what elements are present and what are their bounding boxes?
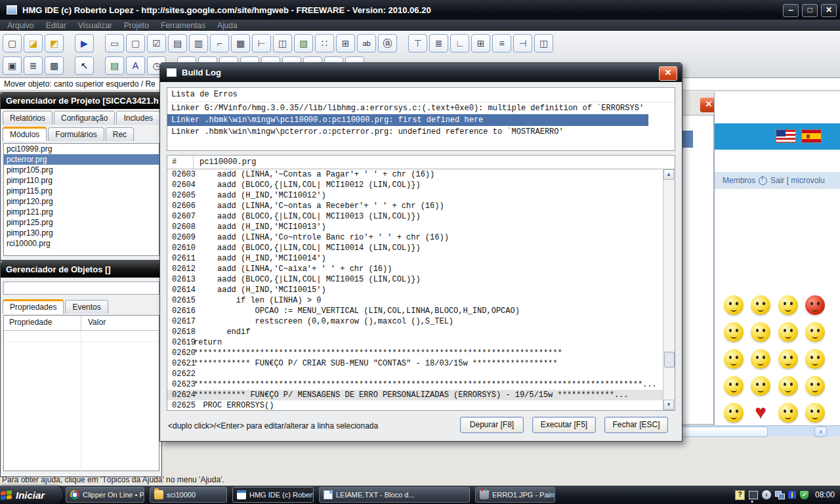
run-button[interactable]: ▶ (75, 34, 94, 52)
tab-eventos[interactable]: Eventos (65, 300, 108, 314)
module-list[interactable]: pci10999.prgpcterror.prgpimpr105.prgpimp… (3, 143, 159, 256)
new-form-button[interactable]: ▣ (3, 56, 22, 75)
imagelist-control-button[interactable]: ▥ (189, 34, 208, 52)
angel-smiley[interactable] (805, 403, 825, 423)
build-log-titlebar[interactable]: Build Log (160, 63, 682, 82)
code-row[interactable]: 02617 restscreen (0,0,maxrow (),maxcol (… (167, 316, 663, 327)
start-button[interactable]: Iniciar (0, 486, 63, 504)
align-left-button[interactable]: ⊣ (513, 34, 532, 52)
report-button[interactable]: ≣ (24, 56, 43, 75)
winking-smiley[interactable] (805, 322, 825, 342)
label-control-button[interactable]: ab (357, 34, 376, 52)
tab-configuração[interactable]: Configuração (54, 111, 115, 125)
code-row[interactable]: 02603 aadd (LINHA,'~Contas a Pagar'+ ' '… (167, 169, 663, 180)
help-books-button[interactable]: ▤ (105, 56, 124, 75)
help-tray-icon[interactable]: ? (735, 490, 745, 500)
listbox-control-button[interactable]: ▤ (168, 34, 187, 52)
close-button[interactable]: ✕ (821, 4, 837, 17)
frame-control-button[interactable]: ◫ (273, 34, 292, 52)
code-row[interactable]: 02614 aadd (H_IND,'MCI10015') (167, 285, 663, 295)
select-cursor-button[interactable]: ↖ (75, 56, 94, 75)
code-row[interactable]: 02625 PROC ERRORSYS() (167, 400, 663, 410)
thumbs-up-smiley[interactable] (778, 322, 798, 342)
tab-rec[interactable]: Rec (106, 127, 134, 141)
same-width-button[interactable]: ⊞ (471, 34, 490, 52)
baguette-smiley[interactable] (724, 376, 744, 396)
code-row[interactable]: 02612 aadd (LINHA,'C~aixa'+ ' ' + chr (1… (167, 264, 663, 274)
waving-smiley[interactable] (724, 322, 744, 342)
code-row[interactable]: 02604 aadd (BLOCO,{|LIN,COL| MCI10012 (L… (167, 180, 663, 190)
tab-includes[interactable]: Includes (116, 111, 160, 125)
font-button[interactable]: A (126, 56, 145, 75)
members-link[interactable]: Membros (723, 176, 755, 185)
rounded-window-button[interactable]: ▢ (126, 34, 145, 52)
datepicker-control-button[interactable]: ⊞ (336, 34, 355, 52)
minimize-button[interactable]: ‒ (783, 4, 799, 17)
task-button-chrome[interactable]: Clipper On Line • Post... (66, 487, 144, 503)
code-row[interactable]: 02608 aadd (H_IND,'MCI10013') (167, 222, 663, 232)
window-control-button[interactable]: ▭ (105, 34, 124, 52)
radio-control-button[interactable]: ∷ (315, 34, 334, 52)
task-button-window[interactable]: HMG IDE (c) Roberto ... (232, 487, 314, 503)
line-control-button[interactable]: ⌐ (210, 34, 229, 52)
green-eyed-smiley[interactable] (778, 403, 798, 423)
export-project-button[interactable]: ◩ (45, 34, 64, 52)
code-row[interactable]: 02623***********************************… (167, 379, 663, 390)
shocked-smiley[interactable] (778, 295, 798, 315)
module-item[interactable]: pci10999.prg (4, 144, 159, 154)
scroll-right-icon[interactable]: › (814, 427, 827, 437)
horizontal-scrollbar[interactable]: › (677, 425, 840, 436)
messenger-tray-icon[interactable] (788, 491, 796, 499)
horizontal-scrollbar-thumb[interactable] (680, 427, 768, 437)
scroll-up-icon[interactable]: ▲ (663, 169, 674, 180)
code-row[interactable]: 02620***********************************… (167, 348, 663, 358)
align-middle-button[interactable]: ≣ (429, 34, 448, 52)
error-row[interactable]: Linker .hbmk\win\mingw\pcterror.o:pcterr… (167, 126, 675, 138)
menu-ferramentas[interactable]: Ferramentas (155, 21, 211, 30)
us-flag-icon[interactable] (776, 129, 796, 143)
depurar-button[interactable]: Depurar [F8] (460, 417, 524, 433)
code-row[interactable]: 02605 aadd (H_IND,'MCI10012') (167, 190, 663, 201)
executar-button[interactable]: Executar [F5] (532, 417, 596, 433)
error-row[interactable]: Linker G:/MVinfo/hmg.3.0.35//lib/libhmg.… (167, 102, 675, 114)
crying-smiley[interactable] (724, 295, 744, 315)
build-log-close-button[interactable]: ✕ (659, 66, 677, 81)
module-item[interactable]: pcterror.prg (4, 154, 159, 165)
maximize-button[interactable]: □ (802, 4, 818, 17)
slider-control-button[interactable]: ⊢ (252, 34, 271, 52)
stack-vertical-button[interactable]: ≡ (492, 34, 511, 52)
grid-control-button[interactable]: ▦ (231, 34, 250, 52)
menu-editar[interactable]: Editar (40, 21, 72, 30)
code-row[interactable]: 02621************ FUN€ÇO P/ CRIAR SUB-ME… (167, 358, 663, 369)
code-row[interactable]: 02616 OPCAO := MENU_VERTICAL (LIN,COL,LI… (167, 306, 663, 316)
code-row[interactable]: 02610 aadd (BLOCO,{|LIN,COL| MCI10014 (L… (167, 243, 663, 253)
security-tray-icon[interactable]: ✓ (800, 491, 808, 499)
checkbox-control-button[interactable]: ☑ (147, 34, 166, 52)
scroll-down-icon[interactable]: ▼ (663, 400, 674, 410)
angry-smiley[interactable] (805, 295, 825, 315)
detective-smiley[interactable] (724, 349, 744, 369)
module-item[interactable]: pimpr120.prg (4, 196, 159, 207)
code-row[interactable]: 02607 aadd (BLOCO,{|LIN,COL| MCI10013 (L… (167, 211, 663, 222)
error-list[interactable]: Lista de Erros Linker G:/MVinfo/hmg.3.0.… (167, 87, 675, 151)
code-grid-scrollbar[interactable]: ▲ ▼ (663, 169, 675, 410)
menu-projeto[interactable]: Projeto (118, 21, 155, 30)
surprised-smiley[interactable] (751, 295, 770, 315)
code-grid[interactable]: # pci10000.prg 02603 aadd (LINHA,'~Conta… (167, 155, 675, 411)
display-tray-icon[interactable] (749, 491, 758, 499)
code-row[interactable]: 02613 aadd (BLOCO,{|LIN,COL| MCI10015 (L… (167, 274, 663, 285)
menu-ajuda[interactable]: Ajuda (211, 21, 243, 30)
nerd-smiley[interactable] (805, 376, 825, 396)
tab-módulos[interactable]: Módulos (3, 127, 47, 141)
textbox-control-button[interactable]: ⓐ (378, 34, 397, 52)
confused-smiley[interactable] (751, 349, 770, 369)
tab-relatórios[interactable]: Relatórios (3, 111, 52, 125)
task-button-folder[interactable]: sci10000 (150, 487, 227, 503)
whistling-smiley[interactable] (751, 376, 770, 396)
code-row[interactable]: 02622 (167, 369, 663, 379)
module-item[interactable]: pimpr110.prg (4, 175, 159, 186)
spain-flag-icon[interactable] (801, 129, 822, 143)
module-item[interactable]: pimpr130.prg (4, 228, 159, 238)
new-project-button[interactable]: ▢ (3, 34, 22, 52)
align-top-button[interactable]: ⊤ (408, 34, 427, 52)
